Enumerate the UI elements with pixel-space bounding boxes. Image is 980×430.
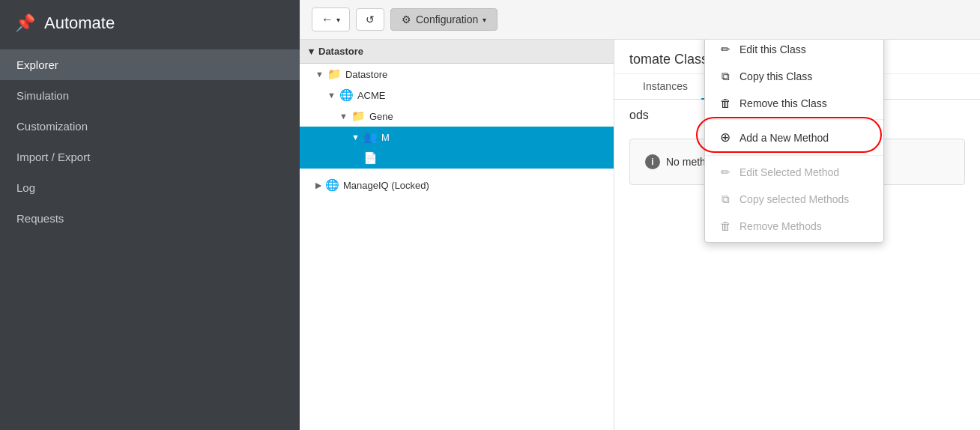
configuration-button[interactable]: ⚙ Configuration ▾ xyxy=(390,8,497,31)
tree-item-manageiq[interactable]: ▶ 🌐 ManageIQ (Locked) xyxy=(300,175,614,196)
edit-icon: ✏ xyxy=(719,166,732,179)
back-button[interactable]: ← ▾ xyxy=(312,7,350,31)
tree-expand-icon: ▾ xyxy=(309,46,314,57)
gear-icon: ⚙ xyxy=(402,13,411,25)
sidebar-header: 📌 Automate xyxy=(0,0,300,46)
copy-icon: ⧉ xyxy=(719,193,732,206)
sidebar-item-log[interactable]: Log xyxy=(0,172,300,203)
config-dropdown-icon: ▾ xyxy=(483,16,486,24)
tree-item-gene[interactable]: ▼ 📁 Gene xyxy=(300,106,614,127)
tree-item-label: Datastore xyxy=(345,69,387,80)
back-dropdown-icon: ▾ xyxy=(336,16,340,24)
tree-header: ▾ Datastore xyxy=(300,40,614,64)
menu-item-remove-methods: 🗑 Remove Methods xyxy=(705,213,883,239)
toolbar: ← ▾ ↺ ⚙ Configuration ▾ xyxy=(300,0,980,40)
app-title: Automate xyxy=(44,13,115,33)
menu-item-label: Edit this Class xyxy=(739,43,806,55)
chevron-down-icon: ▼ xyxy=(351,133,360,142)
refresh-button[interactable]: ↺ xyxy=(356,8,384,31)
menu-item-label: Edit Selected Method xyxy=(739,166,839,178)
menu-item-label: Remove Methods xyxy=(739,220,822,232)
menu-item-edit-method: ✏ Edit Selected Method xyxy=(705,159,883,186)
refresh-icon: ↺ xyxy=(366,13,375,25)
menu-item-copy-class[interactable]: ⧉ Copy this Class xyxy=(705,63,883,90)
back-arrow-icon: ← xyxy=(321,13,333,26)
tree-item-m[interactable]: ▼ 👥 M xyxy=(300,127,614,148)
tree-panel: ▾ Datastore ▼ 📁 Datastore ▼ 🌐 ACME ▼ 📁 G… xyxy=(300,40,614,430)
menu-separator-2 xyxy=(705,155,883,156)
trash-icon: 🗑 xyxy=(719,219,732,232)
chevron-down-icon: ▼ xyxy=(315,70,324,79)
class-icon: 👥 xyxy=(363,130,378,144)
tree-item-acme[interactable]: ▼ 🌐 ACME xyxy=(300,85,614,106)
sidebar: 📌 Automate Explorer Simulation Customiza… xyxy=(0,0,300,430)
sidebar-item-simulation[interactable]: Simulation xyxy=(0,80,300,111)
menu-item-edit-class[interactable]: ✏ Edit this Class xyxy=(705,40,883,63)
tree-item-label: ACME xyxy=(357,90,386,101)
tree-item-datastore[interactable]: ▼ 📁 Datastore xyxy=(300,64,614,85)
sidebar-item-customization[interactable]: Customization xyxy=(0,111,300,142)
folder-icon: 📁 xyxy=(327,67,342,81)
globe-icon: 🌐 xyxy=(339,88,354,102)
tree-item-label: Gene xyxy=(369,111,393,122)
menu-item-label: Copy this Class xyxy=(739,70,812,82)
sidebar-item-explorer[interactable]: Explorer xyxy=(0,49,300,80)
copy-icon: ⧉ xyxy=(719,70,732,83)
menu-item-label: Copy selected Methods xyxy=(739,193,849,205)
globe-icon: 🌐 xyxy=(325,178,339,192)
sidebar-nav: Explorer Simulation Customization Import… xyxy=(0,49,300,234)
tab-instances[interactable]: Instances xyxy=(629,74,701,100)
folder-icon: 📁 xyxy=(351,109,366,123)
tree-item-label: M xyxy=(381,132,390,143)
tree-header-label: Datastore xyxy=(318,46,363,57)
content-area: ▾ Datastore ▼ 📁 Datastore ▼ 🌐 ACME ▼ 📁 G… xyxy=(300,40,980,430)
menu-item-add-method[interactable]: ⊕ Add a New Method xyxy=(705,123,883,152)
detail-panel: tomate Class "M Instances Methods ods i … xyxy=(614,40,980,430)
sidebar-item-import-export[interactable]: Import / Export xyxy=(0,142,300,172)
trash-icon: 🗑 xyxy=(719,97,732,109)
sidebar-item-requests[interactable]: Requests xyxy=(0,203,300,234)
chevron-down-icon: ▼ xyxy=(327,91,336,100)
menu-item-copy-methods: ⧉ Copy selected Methods xyxy=(705,186,883,213)
pin-icon: 📌 xyxy=(15,13,35,33)
tree-item-doc[interactable]: 📄 xyxy=(300,148,614,169)
menu-item-label: Remove this Class xyxy=(739,97,827,109)
chevron-right-icon: ▶ xyxy=(315,181,321,190)
menu-separator xyxy=(705,119,883,120)
dropdown-menu: ✏ Edit this Class ⧉ Copy this Class 🗑 Re… xyxy=(704,40,884,243)
configuration-label: Configuration xyxy=(416,13,478,25)
plus-circle-icon: ⊕ xyxy=(719,130,732,145)
menu-item-label: Add a New Method xyxy=(739,132,829,144)
tree-item-label: ManageIQ (Locked) xyxy=(343,180,429,191)
chevron-down-icon: ▼ xyxy=(339,112,348,121)
info-icon: i xyxy=(645,154,660,169)
doc-icon: 📄 xyxy=(363,151,378,165)
main-area: ← ▾ ↺ ⚙ Configuration ▾ ▾ Datastore ▼ 📁 … xyxy=(300,0,980,430)
edit-icon: ✏ xyxy=(719,43,732,56)
menu-item-remove-class[interactable]: 🗑 Remove this Class xyxy=(705,90,883,116)
